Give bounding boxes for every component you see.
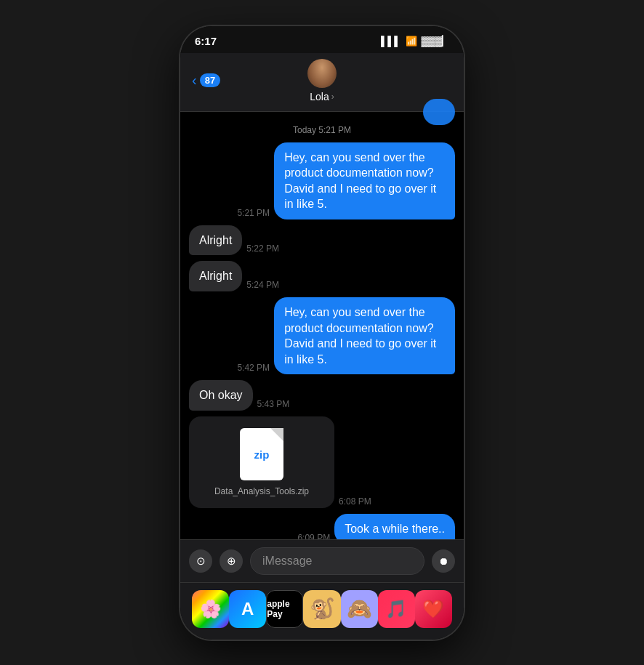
- heart-icon: ❤️: [422, 599, 444, 619]
- file-name-label: Data_Analysis_Tools.zip: [214, 486, 309, 496]
- message-row: 5:42 PM Hey, can you send over the produ…: [189, 297, 455, 374]
- message-row: 5:21 PM Hey, can you send over the produ…: [189, 142, 455, 219]
- input-bar: ⊙ ⊕ iMessage ⏺: [180, 539, 464, 582]
- dock-icon-memoji1[interactable]: 🐒: [303, 590, 340, 628]
- app-store-button[interactable]: ⊕: [220, 549, 243, 573]
- signal-icon: ▌▌▌: [381, 36, 401, 47]
- msg-time: 6:09 PM: [297, 533, 330, 539]
- file-type-label: zip: [254, 448, 270, 461]
- audio-icon: ⏺: [438, 555, 448, 567]
- msg-time: 5:22 PM: [246, 243, 279, 254]
- applepay-icon: apple Pay: [267, 599, 302, 619]
- dock-icon-photos[interactable]: 🌸: [192, 590, 229, 628]
- sent-bubble: Took a while there..: [334, 514, 455, 539]
- message-row: 6:09 PM Took a while there..: [189, 514, 455, 539]
- battery-icon: ▓▓▓▏: [422, 36, 449, 47]
- phone-frame: 6:17 ▌▌▌ 📶 ▓▓▓▏ ‹ 87 Lola › Today 5:21 P…: [180, 26, 464, 640]
- msg-time: 5:24 PM: [246, 280, 279, 290]
- received-bubble: Alright: [189, 225, 242, 256]
- memoji2-icon: 🙈: [347, 597, 372, 621]
- app-icon: ⊕: [227, 555, 236, 568]
- received-bubble: Alright: [189, 261, 242, 291]
- camera-icon: ⊙: [196, 555, 206, 568]
- contact-name-label: Lola: [310, 91, 329, 102]
- back-chevron-icon: ‹: [192, 72, 197, 89]
- file-icon: zip: [240, 428, 283, 480]
- message-row: Alright 5:22 PM: [189, 225, 455, 256]
- received-bubble: Oh okay: [189, 380, 253, 411]
- msg-time: 6:08 PM: [339, 496, 371, 507]
- sent-bubble: Hey, can you send over the product docum…: [274, 142, 455, 219]
- status-icons: ▌▌▌ 📶 ▓▓▓▏: [381, 36, 449, 47]
- input-placeholder: iMessage: [262, 555, 312, 567]
- message-row: Oh okay 5:43 PM: [189, 380, 455, 411]
- contact-name-row[interactable]: Lola ›: [310, 91, 334, 102]
- blue-bubble-peek: [423, 99, 455, 125]
- app-dock: 🌸 A apple Pay 🐒 🙈 🎵 ❤️: [180, 582, 464, 640]
- messages-area[interactable]: Today 5:21 PM 5:21 PM Hey, can you send …: [180, 112, 464, 539]
- contact-chevron-icon: ›: [331, 92, 334, 102]
- msg-time: 5:21 PM: [237, 208, 270, 218]
- msg-time: 5:42 PM: [237, 363, 270, 373]
- appstore-icon: A: [241, 599, 254, 619]
- memoji1-icon: 🐒: [310, 597, 335, 621]
- message-row: zip Data_Analysis_Tools.zip 6:08 PM: [189, 416, 455, 508]
- back-button[interactable]: ‹ 87: [192, 72, 220, 89]
- imessage-input[interactable]: iMessage: [250, 547, 424, 575]
- nav-bar: ‹ 87 Lola ›: [180, 53, 464, 112]
- messages-timestamp: Today 5:21 PM: [189, 125, 455, 135]
- nav-center: Lola ›: [307, 59, 337, 102]
- avatar-image: [307, 59, 337, 88]
- dock-icon-applepay[interactable]: apple Pay: [266, 590, 303, 628]
- status-time: 6:17: [195, 35, 217, 47]
- sent-bubble: Hey, can you send over the product docum…: [274, 297, 455, 374]
- camera-button[interactable]: ⊙: [189, 549, 212, 573]
- msg-time: 5:43 PM: [257, 399, 290, 409]
- contact-avatar[interactable]: [307, 59, 337, 88]
- dock-icon-appstore[interactable]: A: [229, 590, 266, 628]
- dock-icon-heart[interactable]: ❤️: [415, 590, 452, 628]
- dock-icon-memoji2[interactable]: 🙈: [341, 590, 378, 628]
- status-bar: 6:17 ▌▌▌ 📶 ▓▓▓▏: [180, 26, 464, 53]
- audio-button[interactable]: ⏺: [432, 549, 455, 573]
- music-icon: 🎵: [385, 599, 407, 619]
- dock-icon-music[interactable]: 🎵: [378, 590, 415, 628]
- wifi-icon: 📶: [406, 36, 417, 47]
- file-bubble[interactable]: zip Data_Analysis_Tools.zip: [189, 416, 334, 508]
- message-row: Alright 5:24 PM: [189, 261, 455, 291]
- photos-icon: 🌸: [200, 599, 222, 619]
- back-badge-count[interactable]: 87: [200, 73, 220, 87]
